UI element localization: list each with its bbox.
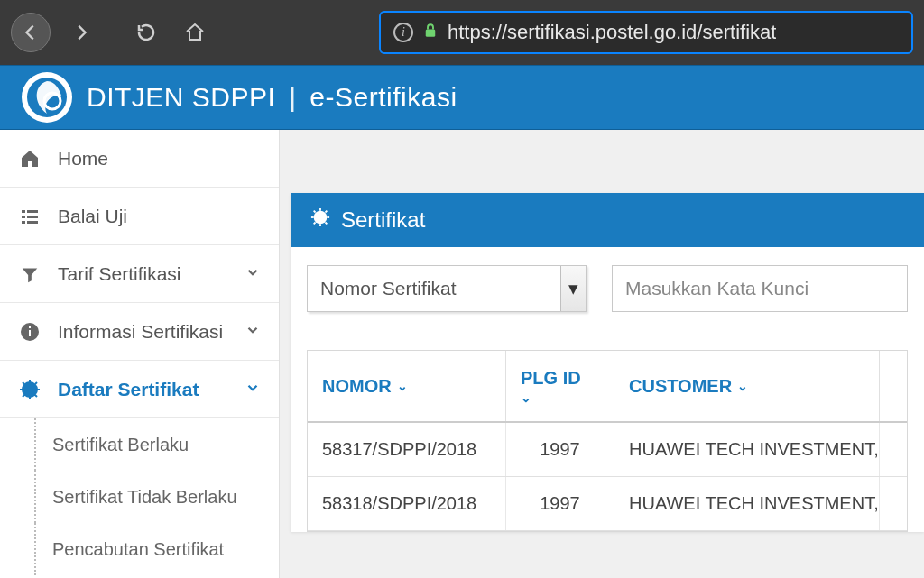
site-info-icon[interactable]: i [393, 23, 413, 42]
svg-point-21 [314, 211, 328, 225]
svg-line-28 [314, 223, 316, 225]
cell-extra [880, 423, 909, 476]
sidebar-sub-label: Sertifikat Tidak Berlaku [52, 487, 237, 508]
svg-line-20 [35, 382, 37, 384]
seal-icon [18, 379, 42, 400]
sort-icon: ⌄ [521, 390, 531, 405]
svg-rect-8 [27, 221, 38, 224]
url-bar[interactable]: i https://sertifikasi.postel.go.id/serti… [379, 11, 913, 54]
logo-icon [22, 72, 72, 123]
svg-rect-11 [29, 326, 31, 328]
cell-nomor: 58317/SDPPI/2018 [308, 423, 506, 476]
sidebar-item-home[interactable]: Home [0, 130, 279, 188]
sidebar-item-label: Tarif Sertifikasi [58, 263, 181, 285]
sidebar-item-label: Balai Uji [58, 206, 127, 227]
sidebar-sub-label: Pencabutan Sertifikat [52, 539, 224, 560]
app-header: DITJEN SDPPI | e-Sertifikasi [0, 65, 924, 130]
table-header: NOMOR ⌄ PLG ID ⌄ CUSTOMER ⌄ [308, 351, 907, 423]
sidebar-item-tarif[interactable]: Tarif Sertifikasi [0, 245, 279, 303]
info-icon [18, 321, 42, 343]
sidebar-item-informasi[interactable]: Informasi Sertifikasi [0, 303, 279, 361]
reload-button[interactable] [128, 14, 164, 50]
svg-line-18 [35, 395, 37, 397]
home-browser-button[interactable] [177, 14, 213, 50]
search-placeholder: Masukkan Kata Kunci [625, 278, 808, 299]
url-text: https://sertifikasi.postel.go.id/sertifi… [448, 21, 776, 44]
dropdown-arrow-icon: ▾ [560, 266, 586, 311]
forward-button[interactable] [63, 14, 99, 50]
sort-icon: ⌄ [737, 379, 748, 393]
sidebar-sub-tidak-berlaku[interactable]: Sertifikat Tidak Berlaku [0, 471, 279, 523]
svg-rect-4 [27, 210, 38, 213]
cell-nomor: 58318/SDPPI/2018 [308, 477, 506, 530]
card-title: Sertifikat [341, 207, 425, 233]
home-icon [18, 148, 42, 170]
sidebar-item-label: Home [58, 148, 108, 170]
col-extra[interactable] [880, 351, 909, 421]
sidebar-item-label: Informasi Sertifikasi [58, 321, 223, 343]
svg-rect-10 [29, 330, 31, 336]
lock-icon [422, 21, 439, 44]
back-button[interactable] [11, 13, 51, 52]
svg-rect-3 [22, 210, 25, 213]
sidebar-item-label: Daftar Sertifikat [58, 379, 199, 400]
cell-plg: 1997 [506, 477, 614, 530]
cell-extra [880, 477, 909, 530]
svg-rect-6 [27, 216, 38, 218]
table-row[interactable]: 58317/SDPPI/2018 1997 HUAWEI TECH INVEST… [308, 423, 907, 477]
search-input[interactable]: Masukkan Kata Kunci [612, 265, 908, 312]
sidebar-sub-berlaku[interactable]: Sertifikat Berlaku [0, 418, 279, 471]
col-plg-id[interactable]: PLG ID ⌄ [506, 351, 614, 421]
list-icon [18, 206, 42, 227]
chevron-down-icon [245, 321, 261, 343]
brand-main: DITJEN SDPPI [87, 82, 275, 112]
main-content: Sertifikat Nomor Sertifikat ▾ Masukkan K… [280, 130, 924, 578]
col-nomor[interactable]: NOMOR ⌄ [308, 351, 506, 421]
filter-select[interactable]: Nomor Sertifikat ▾ [307, 265, 587, 312]
svg-line-26 [314, 211, 316, 213]
chevron-down-icon [245, 379, 261, 400]
svg-line-29 [326, 211, 328, 213]
sidebar: Home Balai Uji Tarif Sertifikasi Informa… [0, 130, 280, 578]
svg-line-19 [23, 395, 24, 397]
sidebar-sub-pencabutan[interactable]: Pencabutan Sertifikat [0, 523, 279, 575]
col-customer[interactable]: CUSTOMER ⌄ [614, 351, 880, 421]
filter-select-value: Nomor Sertifikat [320, 278, 457, 299]
brand-separator: | [289, 82, 296, 112]
svg-line-27 [326, 223, 328, 225]
svg-line-17 [23, 382, 24, 384]
sidebar-item-balai-uji[interactable]: Balai Uji [0, 188, 279, 245]
cell-plg: 1997 [506, 423, 614, 476]
browser-toolbar: i https://sertifikasi.postel.go.id/serti… [0, 0, 924, 65]
sidebar-sub-label: Sertifikat Berlaku [52, 435, 189, 455]
svg-rect-7 [22, 221, 25, 224]
sidebar-item-daftar-sertifikat[interactable]: Daftar Sertifikat [0, 361, 279, 418]
filter-icon [18, 264, 42, 284]
card-header: Sertifikat [291, 193, 924, 247]
cell-customer: HUAWEI TECH INVESTMENT, PT. [614, 477, 880, 530]
table-row[interactable]: 58318/SDPPI/2018 1997 HUAWEI TECH INVEST… [308, 477, 907, 531]
svg-rect-5 [22, 216, 25, 218]
sort-icon: ⌄ [397, 379, 408, 393]
brand-title: DITJEN SDPPI | e-Sertifikasi [87, 82, 457, 113]
sertifikat-table: NOMOR ⌄ PLG ID ⌄ CUSTOMER ⌄ 58317/SDPPI/… [307, 350, 908, 532]
cell-customer: HUAWEI TECH INVESTMENT, PT. [614, 423, 880, 476]
chevron-down-icon [245, 263, 261, 285]
sertifikat-card: Sertifikat Nomor Sertifikat ▾ Masukkan K… [291, 193, 924, 532]
brand-sub: e-Sertifikasi [310, 82, 457, 112]
filter-row: Nomor Sertifikat ▾ Masukkan Kata Kunci [291, 247, 924, 330]
svg-rect-0 [426, 30, 436, 37]
seal-icon [310, 207, 330, 233]
